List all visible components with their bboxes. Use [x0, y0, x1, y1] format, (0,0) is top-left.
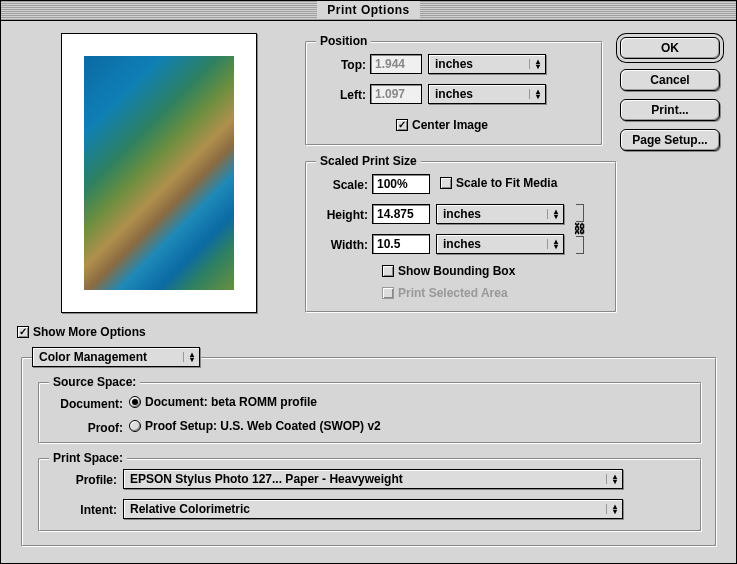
- updown-icon: [529, 59, 541, 69]
- radio-icon: [129, 396, 141, 408]
- ok-label: OK: [661, 41, 679, 55]
- show-bounding-box-label: Show Bounding Box: [398, 264, 515, 278]
- scale-to-fit-checkbox[interactable]: Scale to Fit Media: [440, 176, 557, 190]
- print-preview: [61, 33, 257, 313]
- document-value: Document: beta ROMM profile: [145, 395, 317, 409]
- checkbox-icon: ✓: [17, 326, 29, 338]
- section-popup-value: Color Management: [39, 350, 147, 364]
- cancel-button[interactable]: Cancel: [620, 69, 720, 91]
- profile-value: EPSON Stylus Photo 127... Paper - Heavyw…: [130, 472, 403, 486]
- position-group: Position Top: inches Left: inches ✓ Cent…: [305, 41, 603, 146]
- left-field: [370, 84, 422, 104]
- proof-label: Proof:: [39, 421, 123, 435]
- checkbox-icon: [382, 265, 394, 277]
- profile-popup[interactable]: EPSON Stylus Photo 127... Paper - Heavyw…: [123, 469, 623, 489]
- print-space-group: Print Space: Profile: EPSON Stylus Photo…: [38, 458, 702, 532]
- updown-icon: [529, 89, 541, 99]
- section-popup[interactable]: Color Management: [32, 347, 200, 367]
- width-label: Width:: [306, 238, 368, 252]
- scaled-title: Scaled Print Size: [316, 154, 421, 168]
- checkbox-icon: ✓: [396, 119, 408, 131]
- profile-label: Profile:: [39, 473, 117, 487]
- position-title: Position: [316, 34, 371, 48]
- top-unit-value: inches: [435, 57, 473, 71]
- updown-icon: [547, 239, 559, 249]
- intent-popup[interactable]: Relative Colorimetric: [123, 499, 623, 519]
- top-unit-popup[interactable]: inches: [428, 54, 546, 74]
- print-selected-area-label: Print Selected Area: [398, 286, 508, 300]
- cancel-label: Cancel: [650, 73, 689, 87]
- preview-image: [84, 56, 234, 290]
- window-title: Print Options: [317, 1, 420, 19]
- width-unit-value: inches: [443, 237, 481, 251]
- intent-label: Intent:: [39, 503, 117, 517]
- document-label: Document:: [39, 397, 123, 411]
- updown-icon: [183, 352, 195, 362]
- ok-button[interactable]: OK: [620, 37, 720, 59]
- print-button[interactable]: Print...: [620, 99, 720, 121]
- source-space-title: Source Space:: [49, 375, 140, 389]
- print-selected-area-checkbox: Print Selected Area: [382, 286, 508, 300]
- source-space-group: Source Space: Document: Document: beta R…: [38, 382, 702, 444]
- height-unit-value: inches: [443, 207, 481, 221]
- document-radio[interactable]: Document: beta ROMM profile: [129, 395, 317, 409]
- left-label: Left:: [306, 88, 366, 102]
- height-field[interactable]: [372, 204, 430, 224]
- top-field: [370, 54, 422, 74]
- page-setup-button[interactable]: Page Setup...: [620, 129, 720, 151]
- proof-radio[interactable]: Proof Setup: U.S. Web Coated (SWOP) v2: [129, 419, 381, 433]
- height-label: Height:: [306, 208, 368, 222]
- show-more-options-label: Show More Options: [33, 325, 146, 339]
- updown-icon: [606, 474, 618, 484]
- checkbox-icon: [440, 177, 452, 189]
- more-options-group: Color Management Source Space: Document:…: [21, 357, 717, 547]
- radio-icon: [129, 420, 141, 432]
- proof-value: Proof Setup: U.S. Web Coated (SWOP) v2: [145, 419, 381, 433]
- left-unit-popup[interactable]: inches: [428, 84, 546, 104]
- center-image-label: Center Image: [412, 118, 488, 132]
- left-unit-value: inches: [435, 87, 473, 101]
- scale-field[interactable]: [372, 174, 430, 194]
- center-image-checkbox[interactable]: ✓ Center Image: [396, 118, 488, 132]
- show-more-options-checkbox[interactable]: ✓ Show More Options: [17, 325, 146, 339]
- scale-label: Scale:: [306, 178, 368, 192]
- top-label: Top:: [306, 58, 366, 72]
- height-unit-popup[interactable]: inches: [436, 204, 564, 224]
- show-bounding-box-checkbox[interactable]: Show Bounding Box: [382, 264, 515, 278]
- scaled-print-size-group: Scaled Print Size Scale: Scale to Fit Me…: [305, 161, 617, 313]
- updown-icon: [606, 504, 618, 514]
- checkbox-icon: [382, 287, 394, 299]
- link-dimensions-icon[interactable]: ⛓: [572, 204, 588, 254]
- intent-value: Relative Colorimetric: [130, 502, 250, 516]
- width-field[interactable]: [372, 234, 430, 254]
- titlebar: Print Options: [1, 1, 736, 21]
- page-setup-label: Page Setup...: [632, 133, 707, 147]
- scale-to-fit-label: Scale to Fit Media: [456, 176, 557, 190]
- print-options-window: Print Options OK Cancel Print... Page Se…: [0, 0, 737, 564]
- print-label: Print...: [651, 103, 688, 117]
- width-unit-popup[interactable]: inches: [436, 234, 564, 254]
- print-space-title: Print Space:: [49, 451, 127, 465]
- updown-icon: [547, 209, 559, 219]
